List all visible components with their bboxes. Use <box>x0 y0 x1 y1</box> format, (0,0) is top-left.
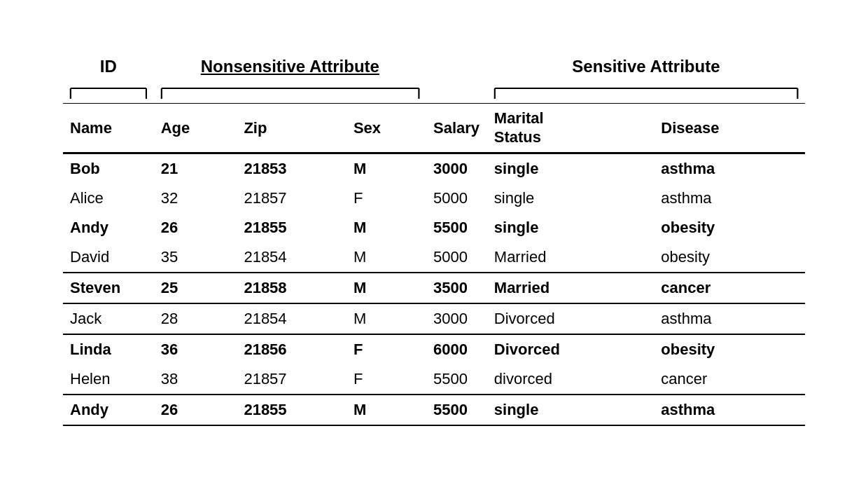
col-header-zip: Zip <box>237 104 346 153</box>
table-row: Alice3221857F5000singleasthma <box>63 184 805 213</box>
cell-sex: M <box>346 153 426 184</box>
cell-maritalStatus: Divorced <box>487 303 654 334</box>
cell-zip: 21854 <box>237 242 346 273</box>
spacer-bracket <box>426 78 487 104</box>
group-header-row: ID Nonsensitive Attribute Sensitive Attr… <box>63 54 805 78</box>
cell-zip: 21857 <box>237 364 346 395</box>
cell-sex: F <box>346 364 426 395</box>
data-table: ID Nonsensitive Attribute Sensitive Attr… <box>63 54 805 426</box>
cell-age: 36 <box>154 334 237 364</box>
spacer-header <box>426 54 487 78</box>
cell-zip: 21858 <box>237 273 346 303</box>
cell-name: Helen <box>63 364 154 395</box>
table-row: David3521854M5000Marriedobesity <box>63 242 805 273</box>
cell-sex: M <box>346 213 426 242</box>
bracket-row <box>63 78 805 104</box>
cell-name: Linda <box>63 334 154 364</box>
cell-salary: 5000 <box>426 242 487 273</box>
cell-disease: asthma <box>654 184 805 213</box>
cell-disease: cancer <box>654 273 805 303</box>
col-header-disease: Disease <box>654 104 805 153</box>
col-header-age: Age <box>154 104 237 153</box>
cell-age: 21 <box>154 153 237 184</box>
cell-salary: 3500 <box>426 273 487 303</box>
cell-zip: 21855 <box>237 213 346 242</box>
cell-maritalStatus: single <box>487 213 654 242</box>
cell-maritalStatus: single <box>487 153 654 184</box>
col-header-name: Name <box>63 104 154 153</box>
cell-salary: 5500 <box>426 364 487 395</box>
cell-maritalStatus: single <box>487 395 654 425</box>
cell-sex: F <box>346 334 426 364</box>
cell-name: Andy <box>63 213 154 242</box>
nonsensitive-bracket-svg <box>154 78 426 99</box>
cell-name: Alice <box>63 184 154 213</box>
cell-salary: 5500 <box>426 395 487 425</box>
cell-disease: obesity <box>654 334 805 364</box>
table-row: Bob2121853M3000singleasthma <box>63 153 805 184</box>
table-body: Bob2121853M3000singleasthmaAlice3221857F… <box>63 153 805 425</box>
cell-zip: 21856 <box>237 334 346 364</box>
col-header-sex: Sex <box>346 104 426 153</box>
cell-age: 32 <box>154 184 237 213</box>
cell-zip: 21854 <box>237 303 346 334</box>
cell-disease: asthma <box>654 153 805 184</box>
cell-name: Jack <box>63 303 154 334</box>
cell-age: 28 <box>154 303 237 334</box>
cell-sex: M <box>346 273 426 303</box>
cell-age: 38 <box>154 364 237 395</box>
cell-name: David <box>63 242 154 273</box>
cell-disease: cancer <box>654 364 805 395</box>
cell-sex: M <box>346 395 426 425</box>
id-group-header: ID <box>63 54 154 78</box>
cell-disease: asthma <box>654 395 805 425</box>
cell-name: Andy <box>63 395 154 425</box>
cell-age: 26 <box>154 395 237 425</box>
cell-disease: obesity <box>654 242 805 273</box>
cell-salary: 3000 <box>426 303 487 334</box>
cell-salary: 6000 <box>426 334 487 364</box>
cell-disease: obesity <box>654 213 805 242</box>
table-row: Andy2621855M5500singleasthma <box>63 395 805 425</box>
column-headers-row: Name Age Zip Sex Salary MaritalStatus Di… <box>63 104 805 153</box>
cell-salary: 3000 <box>426 153 487 184</box>
table-row: Jack2821854M3000Divorcedasthma <box>63 303 805 334</box>
col-header-salary: Salary <box>426 104 487 153</box>
table-row: Andy2621855M5500singleobesity <box>63 213 805 242</box>
id-bracket-svg <box>63 78 154 99</box>
cell-age: 35 <box>154 242 237 273</box>
cell-sex: M <box>346 242 426 273</box>
col-header-marital-status: MaritalStatus <box>487 104 654 153</box>
cell-salary: 5000 <box>426 184 487 213</box>
cell-zip: 21853 <box>237 153 346 184</box>
table-row: Linda3621856F6000Divorcedobesity <box>63 334 805 364</box>
cell-sex: F <box>346 184 426 213</box>
cell-name: Steven <box>63 273 154 303</box>
cell-salary: 5500 <box>426 213 487 242</box>
table-container: ID Nonsensitive Attribute Sensitive Attr… <box>49 40 819 440</box>
cell-age: 26 <box>154 213 237 242</box>
cell-maritalStatus: divorced <box>487 364 654 395</box>
cell-sex: M <box>346 303 426 334</box>
cell-disease: asthma <box>654 303 805 334</box>
cell-maritalStatus: single <box>487 184 654 213</box>
cell-zip: 21857 <box>237 184 346 213</box>
sensitive-group-header: Sensitive Attribute <box>487 54 805 78</box>
cell-zip: 21855 <box>237 395 346 425</box>
cell-age: 25 <box>154 273 237 303</box>
cell-maritalStatus: Married <box>487 242 654 273</box>
table-row: Helen3821857F5500divorcedcancer <box>63 364 805 395</box>
cell-maritalStatus: Married <box>487 273 654 303</box>
cell-maritalStatus: Divorced <box>487 334 654 364</box>
sensitive-bracket-svg <box>487 78 805 99</box>
table-row: Steven2521858M3500Marriedcancer <box>63 273 805 303</box>
cell-name: Bob <box>63 153 154 184</box>
nonsensitive-group-header: Nonsensitive Attribute <box>154 54 426 78</box>
